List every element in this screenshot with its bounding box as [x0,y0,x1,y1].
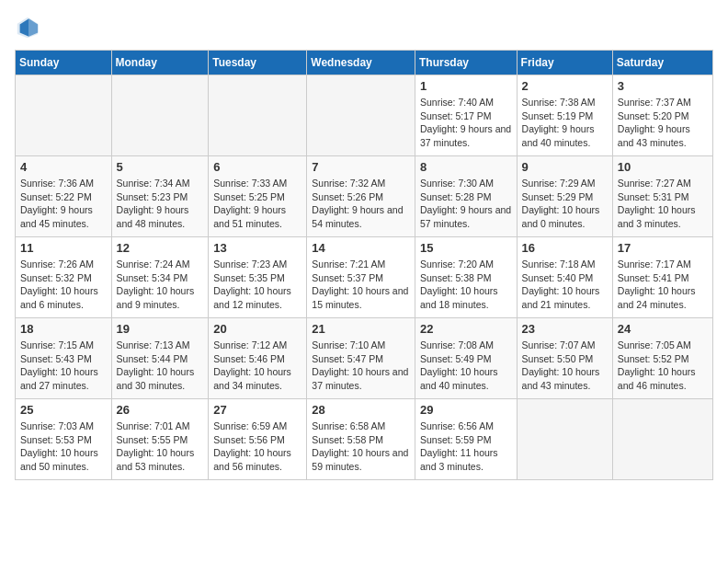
day-info: Sunrise: 6:59 AMSunset: 5:56 PMDaylight:… [213,419,301,474]
day-number: 3 [618,79,708,93]
calendar-cell: 1Sunrise: 7:40 AMSunset: 5:17 PMDaylight… [415,75,517,156]
day-info: Sunrise: 7:23 AMSunset: 5:35 PMDaylight:… [213,258,301,312]
day-number: 13 [213,241,301,255]
calendar-cell: 24Sunrise: 7:05 AMSunset: 5:52 PMDayligh… [612,318,712,399]
day-number: 17 [618,241,708,255]
day-number: 11 [20,241,107,255]
logo [15,15,44,40]
day-info: Sunrise: 7:15 AMSunset: 5:43 PMDaylight:… [20,339,107,393]
calendar-week-row: 18Sunrise: 7:15 AMSunset: 5:43 PMDayligh… [16,318,713,399]
calendar-cell [517,399,612,480]
calendar-cell: 6Sunrise: 7:33 AMSunset: 5:25 PMDaylight… [209,156,307,237]
calendar-cell [307,75,415,156]
calendar-cell: 18Sunrise: 7:15 AMSunset: 5:43 PMDayligh… [16,318,112,399]
day-info: Sunrise: 7:29 AMSunset: 5:29 PMDaylight:… [522,177,608,231]
calendar-cell: 26Sunrise: 7:01 AMSunset: 5:55 PMDayligh… [111,399,209,480]
day-info: Sunrise: 7:10 AMSunset: 5:47 PMDaylight:… [312,339,410,393]
calendar-week-row: 4Sunrise: 7:36 AMSunset: 5:22 PMDaylight… [16,156,713,237]
calendar-cell: 15Sunrise: 7:20 AMSunset: 5:38 PMDayligh… [415,237,517,318]
day-number: 20 [213,322,301,336]
calendar-cell [209,75,307,156]
day-number: 15 [420,241,512,255]
day-number: 9 [522,160,608,174]
day-info: Sunrise: 7:18 AMSunset: 5:40 PMDaylight:… [522,258,608,312]
day-info: Sunrise: 7:38 AMSunset: 5:19 PMDaylight:… [522,96,608,150]
day-info: Sunrise: 7:34 AMSunset: 5:23 PMDaylight:… [117,177,204,231]
calendar-cell: 12Sunrise: 7:24 AMSunset: 5:34 PMDayligh… [111,237,209,318]
weekday-header-wednesday: Wednesday [307,51,415,75]
day-number: 14 [312,241,410,255]
day-number: 6 [213,160,301,174]
calendar-cell: 29Sunrise: 6:56 AMSunset: 5:59 PMDayligh… [415,399,517,480]
calendar-week-row: 11Sunrise: 7:26 AMSunset: 5:32 PMDayligh… [16,237,713,318]
calendar-cell: 27Sunrise: 6:59 AMSunset: 5:56 PMDayligh… [209,399,307,480]
calendar-cell: 5Sunrise: 7:34 AMSunset: 5:23 PMDaylight… [111,156,209,237]
calendar-cell: 17Sunrise: 7:17 AMSunset: 5:41 PMDayligh… [612,237,712,318]
day-info: Sunrise: 7:05 AMSunset: 5:52 PMDaylight:… [618,339,708,393]
calendar-cell: 28Sunrise: 6:58 AMSunset: 5:58 PMDayligh… [307,399,415,480]
calendar-table: SundayMondayTuesdayWednesdayThursdayFrid… [15,50,713,480]
day-info: Sunrise: 7:30 AMSunset: 5:28 PMDaylight:… [420,177,512,231]
page-header [15,15,713,40]
day-number: 7 [312,160,410,174]
weekday-header-monday: Monday [111,51,209,75]
day-info: Sunrise: 7:17 AMSunset: 5:41 PMDaylight:… [618,258,708,312]
calendar-cell: 8Sunrise: 7:30 AMSunset: 5:28 PMDaylight… [415,156,517,237]
calendar-cell [612,399,712,480]
calendar-week-row: 1Sunrise: 7:40 AMSunset: 5:17 PMDaylight… [16,75,713,156]
calendar-cell: 7Sunrise: 7:32 AMSunset: 5:26 PMDaylight… [307,156,415,237]
day-info: Sunrise: 7:21 AMSunset: 5:37 PMDaylight:… [312,258,410,312]
day-number: 10 [618,160,708,174]
day-number: 25 [20,403,107,417]
day-info: Sunrise: 7:33 AMSunset: 5:25 PMDaylight:… [213,177,301,231]
day-number: 23 [522,322,608,336]
calendar-cell: 22Sunrise: 7:08 AMSunset: 5:49 PMDayligh… [415,318,517,399]
weekday-header-sunday: Sunday [16,51,112,75]
calendar-cell [16,75,112,156]
day-number: 8 [420,160,512,174]
calendar-cell: 21Sunrise: 7:10 AMSunset: 5:47 PMDayligh… [307,318,415,399]
day-number: 12 [117,241,204,255]
day-info: Sunrise: 7:37 AMSunset: 5:20 PMDaylight:… [618,96,708,150]
day-number: 27 [213,403,301,417]
day-info: Sunrise: 7:27 AMSunset: 5:31 PMDaylight:… [618,177,708,231]
calendar-cell: 4Sunrise: 7:36 AMSunset: 5:22 PMDaylight… [16,156,112,237]
weekday-header-thursday: Thursday [415,51,517,75]
day-info: Sunrise: 7:20 AMSunset: 5:38 PMDaylight:… [420,258,512,312]
calendar-cell: 23Sunrise: 7:07 AMSunset: 5:50 PMDayligh… [517,318,612,399]
calendar-cell: 2Sunrise: 7:38 AMSunset: 5:19 PMDaylight… [517,75,612,156]
weekday-header-friday: Friday [517,51,612,75]
calendar-cell: 25Sunrise: 7:03 AMSunset: 5:53 PMDayligh… [16,399,112,480]
day-info: Sunrise: 7:36 AMSunset: 5:22 PMDaylight:… [20,177,107,231]
day-info: Sunrise: 6:56 AMSunset: 5:59 PMDaylight:… [420,419,512,474]
calendar-cell [111,75,209,156]
day-info: Sunrise: 7:08 AMSunset: 5:49 PMDaylight:… [420,339,512,393]
weekday-header-tuesday: Tuesday [209,51,307,75]
day-number: 5 [117,160,204,174]
calendar-week-row: 25Sunrise: 7:03 AMSunset: 5:53 PMDayligh… [16,399,713,480]
day-number: 29 [420,403,512,417]
calendar-cell: 3Sunrise: 7:37 AMSunset: 5:20 PMDaylight… [612,75,712,156]
day-info: Sunrise: 7:03 AMSunset: 5:53 PMDaylight:… [20,419,107,474]
weekday-header-saturday: Saturday [612,51,712,75]
day-number: 1 [420,79,512,93]
day-number: 24 [618,322,708,336]
day-info: Sunrise: 7:32 AMSunset: 5:26 PMDaylight:… [312,177,410,231]
day-number: 2 [522,79,608,93]
calendar-cell: 11Sunrise: 7:26 AMSunset: 5:32 PMDayligh… [16,237,112,318]
day-number: 26 [117,403,204,417]
day-info: Sunrise: 7:07 AMSunset: 5:50 PMDaylight:… [522,339,608,393]
calendar-cell: 20Sunrise: 7:12 AMSunset: 5:46 PMDayligh… [209,318,307,399]
day-info: Sunrise: 7:24 AMSunset: 5:34 PMDaylight:… [117,258,204,312]
logo-icon [15,15,40,40]
day-info: Sunrise: 7:01 AMSunset: 5:55 PMDaylight:… [117,419,204,474]
calendar-cell: 13Sunrise: 7:23 AMSunset: 5:35 PMDayligh… [209,237,307,318]
calendar-cell: 14Sunrise: 7:21 AMSunset: 5:37 PMDayligh… [307,237,415,318]
day-info: Sunrise: 7:12 AMSunset: 5:46 PMDaylight:… [213,339,301,393]
day-number: 19 [117,322,204,336]
day-info: Sunrise: 7:26 AMSunset: 5:32 PMDaylight:… [20,258,107,312]
calendar-cell: 19Sunrise: 7:13 AMSunset: 5:44 PMDayligh… [111,318,209,399]
day-number: 16 [522,241,608,255]
calendar-cell: 9Sunrise: 7:29 AMSunset: 5:29 PMDaylight… [517,156,612,237]
day-number: 28 [312,403,410,417]
